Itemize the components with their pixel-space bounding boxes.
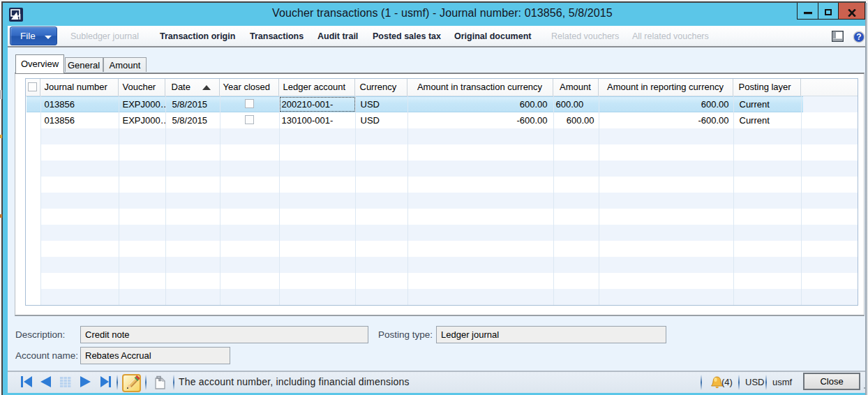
svg-text:?: ? (856, 32, 861, 42)
